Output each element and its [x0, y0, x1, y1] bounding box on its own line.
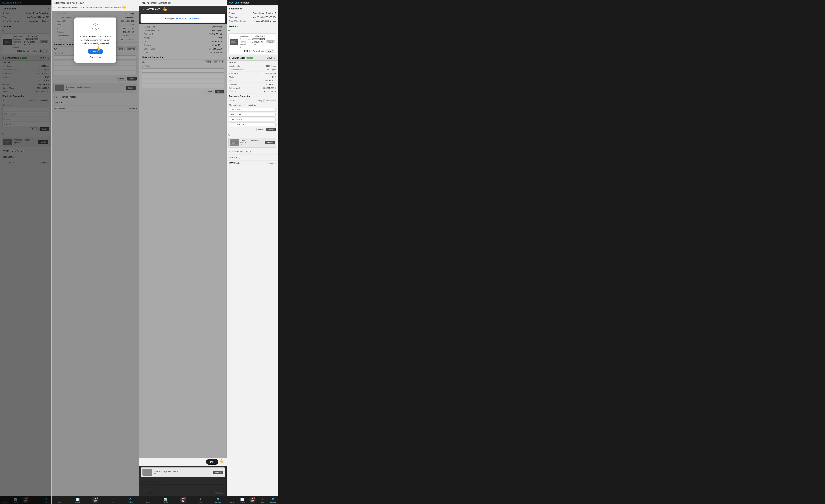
pdf-menu-1[interactable]: PDF Reporting Presets › — [0, 148, 52, 154]
localisation-header-4[interactable]: Localisation › — [227, 5, 278, 11]
timezone-row-1: Timezone : Asia/Seoul (UTC +09:00) — [0, 15, 52, 19]
nav-sn-3[interactable]: SN 0023 LIVE — [179, 497, 186, 503]
bt-header-1: Bluetooth Connection — [0, 94, 52, 98]
nav-menu-4[interactable]: ☰ Menu — [228, 498, 235, 503]
nav-sn-1[interactable]: SN 0023 LIVE — [22, 497, 29, 503]
bt-ip-input-1[interactable] — [2, 107, 49, 111]
iptv-menu-1[interactable]: IPTV Profile 7 Profiles › — [0, 160, 52, 166]
disconnect-btn-1[interactable]: Disconnect — [38, 99, 49, 102]
bt-completed-4: Bluetooth connection completed. — [227, 103, 278, 107]
device2-radio-4 — [228, 134, 230, 136]
bt-subnet-input-4[interactable] — [229, 113, 276, 117]
action-row-1: Reset Apply — [0, 126, 52, 133]
cursor-3: 👆 — [163, 7, 167, 11]
user-config-menu-1[interactable]: User Config — [0, 154, 52, 160]
reboot-link-1[interactable]: Reboot — [13, 46, 19, 48]
app-header-1: NEXTLab netMeter — [0, 0, 52, 5]
power-off-select-4[interactable]: None — [265, 50, 275, 53]
reset-btn-4[interactable]: Reset — [256, 128, 265, 131]
nav-info-4[interactable]: ℹ Info — [259, 498, 266, 503]
panel-4: NEXTLab netMeter Localisation › Region :… — [227, 0, 278, 504]
timezone-row-4: Timezone : Asia/Seoul (UTC +09:00) — [227, 15, 278, 19]
cursor-allow: 👆 — [96, 46, 101, 51]
localisation-title-4: Localisation — [229, 7, 242, 10]
collapse-ip-4[interactable]: ∧ — [274, 57, 276, 59]
apply-btn-1[interactable]: Apply — [40, 127, 49, 131]
pair-btn-1[interactable]: Paring — [29, 99, 37, 102]
bt-gateway-input-4[interactable] — [229, 118, 276, 122]
settings-icon-2: ⚙ — [129, 498, 132, 501]
nav-menu-3[interactable]: ☰ Menu — [144, 498, 151, 503]
unreg-card-3: There is no registered device. 1G Regist… — [141, 467, 225, 477]
results-icon-2: 📊 — [76, 498, 80, 501]
nav-menu-1[interactable]: ☰ Menu — [2, 498, 9, 503]
nav-sn-2[interactable]: SN 0023 LIVE — [92, 497, 99, 503]
nav-settings-2[interactable]: ⚙ Settings — [127, 498, 134, 503]
bottom-nav-4: ☰ Menu 📊 Results SN 0023 LIVE ℹ Info ⚙ S… — [227, 496, 278, 504]
panel-2-content: Link Speed :1000 Mbps Connection Mode :F… — [52, 11, 139, 496]
apply-btn-4[interactable]: Apply — [266, 128, 276, 131]
power-off-select-1[interactable]: None — [39, 50, 48, 53]
iptv-menu-4[interactable]: IPTV Profile 7 Profiles › — [227, 160, 278, 166]
register-btn-4[interactable]: Register — [265, 141, 275, 144]
pair-large-btn-3[interactable]: Pair — [206, 459, 218, 464]
nav-results-3[interactable]: 📊 Results — [162, 498, 169, 503]
disconnect-btn-4[interactable]: Disconnect — [264, 99, 276, 102]
bt-row-4: DHCP Paring Disconnect — [227, 98, 278, 103]
pdf-menu-3[interactable]: PDF Reporting Presets› — [139, 479, 227, 484]
change-btn-4[interactable]: Change — [266, 41, 275, 44]
bt-subnet-input-1[interactable] — [2, 112, 49, 116]
collapse-ip-1[interactable]: ∧ — [47, 57, 49, 59]
pair-btn-4[interactable]: Paring — [256, 99, 264, 102]
bt-dns-input-1[interactable] — [2, 122, 49, 126]
reset-btn-1[interactable]: Reset — [30, 127, 39, 131]
user-config-menu-3[interactable]: User Config — [139, 484, 227, 490]
nav-info-2[interactable]: ℹ Info — [109, 498, 117, 503]
user-config-menu-4[interactable]: User Config — [227, 155, 278, 160]
nav-sn-4[interactable]: SN 0023 LIVE — [249, 497, 256, 503]
devices-header-4: Devices — [227, 23, 278, 29]
bt-row-1: N/A Paring Disconnect — [0, 98, 52, 103]
bt-gateway-input-1[interactable] — [2, 117, 49, 121]
power-row-4: 1G Set Power off time None — [230, 50, 275, 53]
bottom-nav-2: ☰ Menu 📊 Results SN 0023 LIVE ℹ Info ⚙ S… — [52, 496, 139, 504]
bt-header-4: Bluetooth Connection — [227, 94, 278, 98]
iptv-menu-3[interactable]: IPTV Profile7 Profiles› — [139, 490, 227, 496]
device-radio-4 — [228, 29, 230, 31]
nav-results-1[interactable]: 📊 Results — [12, 498, 19, 503]
sn-badge-1: SN 0023 LIVE — [22, 497, 29, 503]
chrome-msg-2: Chrome needs permission to scan for near… — [55, 6, 122, 8]
bt-dialog-text: Allow Chrome to find, connect to, and de… — [79, 35, 111, 45]
nav-settings-1[interactable]: ⚙ Settings — [43, 498, 50, 503]
nav-menu-2[interactable]: ☰ Menu — [57, 498, 64, 503]
ip-config-title-1: IP Configuration — [2, 57, 19, 59]
nav-settings-3[interactable]: ⚙ Settings — [214, 498, 221, 503]
change-btn-1[interactable]: Change — [40, 41, 48, 44]
register-btn-3[interactable]: Register — [213, 471, 223, 474]
link-info-1: Link info Link Speed :1000 Mbps Connecti… — [0, 61, 52, 94]
nav-results-2[interactable]: 📊 Results — [74, 498, 81, 503]
action-row-4: Reset Apply — [227, 127, 278, 133]
app-name-4: netMeter — [240, 1, 249, 4]
pdf-menu-4[interactable]: PDF Reporting Presets › — [227, 149, 278, 155]
device-info-1: Model name NLPA-GN-C Serial number N0000… — [13, 35, 38, 49]
update-permissions-link[interactable]: Update permissions — [103, 6, 121, 8]
register-btn-1[interactable]: Register — [38, 140, 48, 144]
nav-settings-4[interactable]: ⚙ Settings — [270, 498, 277, 503]
reboot-link-4[interactable]: Reboot — [240, 46, 245, 48]
nav-info-3[interactable]: ℹ Info — [197, 498, 204, 503]
device-radio-1 — [2, 29, 3, 31]
online-badge-1: Online — [20, 57, 27, 59]
nav-results-4[interactable]: 📊 Results — [238, 498, 245, 503]
online-badge-4: Online — [246, 57, 253, 59]
bt-ip-input-4[interactable] — [229, 108, 276, 112]
devices-header-1: Devices — [0, 23, 52, 29]
localisation-header-1[interactable]: Localisation › — [0, 5, 52, 11]
panel-2-wrapper: https://netmeter.io wants to pair Chrome… — [52, 0, 139, 504]
svg-rect-5 — [5, 141, 9, 144]
bt-dns-input-4[interactable] — [229, 123, 276, 126]
unreg-text-1: There is no registered device. — [14, 139, 38, 143]
bt-deny-btn[interactable]: Don't allow — [90, 56, 101, 59]
unreg-card-4: There is no registered device. 1G Regist… — [228, 138, 276, 148]
nav-info-1[interactable]: ℹ Info — [32, 498, 40, 503]
